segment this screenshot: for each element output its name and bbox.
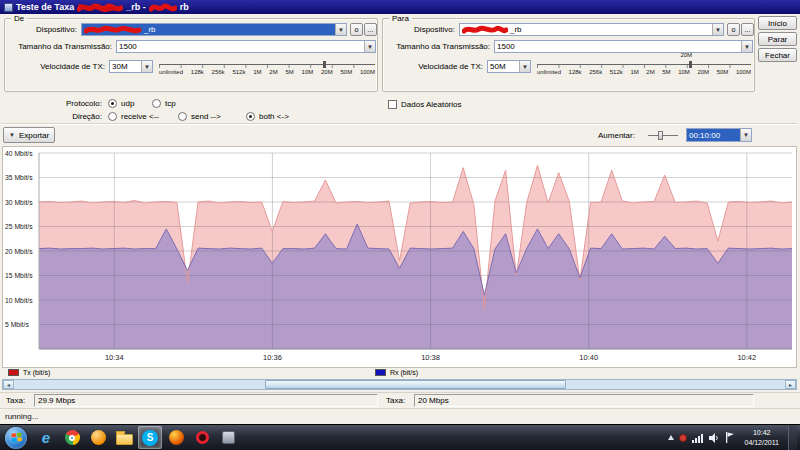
to-speed-combo[interactable]: 50M ▼ — [487, 60, 531, 73]
throughput-chart: 10:3410:3610:3810:4010:425 Mbit/s10 Mbit… — [2, 146, 797, 368]
status-bar: running... — [0, 408, 800, 424]
from-group: De Dispositivo: _rb ▼ o ... Tamanho da T… — [4, 18, 378, 92]
start-test-button[interactable]: Início — [758, 16, 797, 30]
random-data-label: Dados Aleatórios — [401, 100, 461, 109]
skype-icon[interactable]: S — [138, 426, 162, 449]
opera-icon[interactable] — [190, 426, 214, 449]
from-size-value: 1500 — [117, 41, 364, 52]
start-button[interactable] — [5, 427, 27, 449]
desktop-screen: Teste de Taxa _rb - rb De Dispositivo: _… — [0, 0, 800, 450]
direction-receive-radio[interactable] — [108, 112, 117, 121]
to-speed-slider[interactable]: unlimited128k256k512k1M2M5M10M20M50M100M… — [537, 61, 751, 81]
slider-tick-label: 2M — [269, 69, 277, 75]
protocol-udp-label: udp — [121, 99, 134, 108]
from-speed-slider[interactable]: unlimited128k256k512k1M2M5M10M20M50M100M — [159, 61, 375, 81]
chevron-down-icon[interactable]: ▼ — [364, 41, 375, 52]
slider-tick-label: 1M — [253, 69, 261, 75]
ie-icon[interactable]: e — [34, 426, 58, 449]
from-device-connect-button[interactable]: o — [350, 23, 363, 36]
to-device-browse-button[interactable]: ... — [741, 23, 754, 36]
volume-icon[interactable] — [709, 433, 720, 443]
slider-thumb[interactable] — [689, 61, 692, 68]
media-player-icon[interactable] — [86, 426, 110, 449]
hidden-icons-chevron[interactable] — [668, 435, 674, 440]
firefox-icon[interactable] — [164, 426, 188, 449]
from-size-combo[interactable]: 1500 ▼ — [116, 40, 376, 53]
chrome-icon[interactable] — [60, 426, 84, 449]
slider-tick-label: 100M — [736, 69, 751, 75]
slider-track[interactable] — [159, 64, 375, 68]
slider-tick-labels: unlimited128k256k512k1M2M5M10M20M50M100M — [537, 69, 751, 75]
direction-both-radio[interactable] — [246, 112, 255, 121]
chart-scrollbar[interactable]: ◄ ► — [2, 379, 797, 390]
svg-text:15 Mbit/s: 15 Mbit/s — [5, 272, 33, 279]
chevron-down-icon[interactable]: ▼ — [740, 129, 751, 141]
scrollbar-thumb[interactable] — [265, 380, 566, 389]
slider-thumb[interactable] — [658, 131, 663, 140]
svg-text:10:42: 10:42 — [737, 353, 756, 362]
from-device-browse-button[interactable]: ... — [364, 23, 377, 36]
to-size-combo[interactable]: 1500 ▼ — [494, 40, 753, 53]
direction-send-radio[interactable] — [178, 112, 187, 121]
direction-send-label: send --> — [191, 112, 221, 121]
action-center-flag-icon[interactable] — [725, 432, 735, 443]
random-data-checkbox[interactable] — [388, 100, 397, 109]
from-speed-combo[interactable]: 30M ▼ — [109, 60, 153, 73]
close-button[interactable]: Fechar — [758, 48, 797, 62]
svg-text:10 Mbit/s: 10 Mbit/s — [5, 297, 33, 304]
network-icon[interactable] — [692, 433, 704, 443]
slider-tick-label: 512k — [610, 69, 623, 75]
redaction-scribble — [77, 2, 123, 13]
svg-text:10:38: 10:38 — [421, 353, 440, 362]
slider-value-marker: 20M — [680, 52, 692, 58]
chevron-down-icon[interactable]: ▼ — [519, 61, 530, 72]
slider-tick-label: 50M — [340, 69, 352, 75]
chevron-down-icon: ▼ — [9, 132, 15, 138]
app-launcher-icon[interactable] — [216, 426, 240, 449]
from-speed-label: Velocidade de TX: — [7, 62, 105, 71]
svg-text:10:34: 10:34 — [105, 353, 124, 362]
chevron-down-icon[interactable]: ▼ — [141, 61, 152, 72]
export-button[interactable]: ▼ Exportar — [3, 127, 55, 143]
chevron-down-icon[interactable]: ▼ — [712, 24, 723, 35]
tray-app-icon[interactable] — [679, 434, 687, 442]
taskbar-clock[interactable]: 10:42 04/12/2011 — [740, 428, 783, 447]
to-size-label: Tamanho da Transmissão: — [385, 42, 490, 51]
protocol-udp-radio[interactable] — [108, 99, 117, 108]
svg-text:10:36: 10:36 — [263, 353, 282, 362]
direction-label: Direção: — [20, 112, 102, 121]
slider-track[interactable] — [537, 64, 751, 68]
slider-tick-label: 5M — [662, 69, 670, 75]
show-desktop-button[interactable] — [788, 425, 797, 450]
protocol-label: Protocolo: — [20, 99, 102, 108]
protocol-tcp-radio[interactable] — [152, 99, 161, 108]
zoom-slider[interactable] — [648, 130, 678, 140]
svg-text:40 Mbit/s: 40 Mbit/s — [5, 150, 33, 157]
to-size-value: 1500 — [495, 41, 741, 52]
to-device-combo[interactable]: _rb ▼ — [459, 23, 724, 36]
chevron-down-icon[interactable]: ▼ — [335, 24, 346, 35]
folder-icon[interactable] — [112, 426, 136, 449]
zoom-label: Aumentar: — [598, 131, 635, 140]
to-speed-label: Velocidade de TX: — [385, 62, 483, 71]
chevron-down-icon[interactable]: ▼ — [741, 41, 752, 52]
scroll-left-icon[interactable]: ◄ — [3, 380, 14, 389]
rx-legend-label: Rx (bit/s) — [390, 369, 418, 376]
scroll-right-icon[interactable]: ► — [785, 380, 796, 389]
slider-tick-label: 128k — [191, 69, 204, 75]
from-device-combo[interactable]: _rb ▼ — [81, 23, 347, 36]
slider-thumb[interactable] — [323, 61, 326, 68]
tx-rate-value: 29.9 Mbps — [34, 394, 378, 407]
stop-test-button[interactable]: Parar — [758, 32, 797, 46]
clock-date: 04/12/2011 — [744, 438, 779, 447]
window-title-part1: Teste de Taxa — [16, 2, 74, 12]
window-titlebar[interactable]: Teste de Taxa _rb - rb — [0, 0, 800, 14]
to-group-legend: Para — [389, 14, 412, 23]
slider-tick-label: 2M — [646, 69, 654, 75]
slider-track[interactable] — [648, 135, 678, 136]
zoom-interval-combo[interactable]: 00:10:00 ▼ — [686, 128, 752, 142]
from-speed-value: 30M — [110, 61, 141, 72]
protocol-tcp-label: tcp — [165, 99, 176, 108]
to-device-connect-button[interactable]: o — [727, 23, 740, 36]
app-icon — [4, 3, 13, 12]
